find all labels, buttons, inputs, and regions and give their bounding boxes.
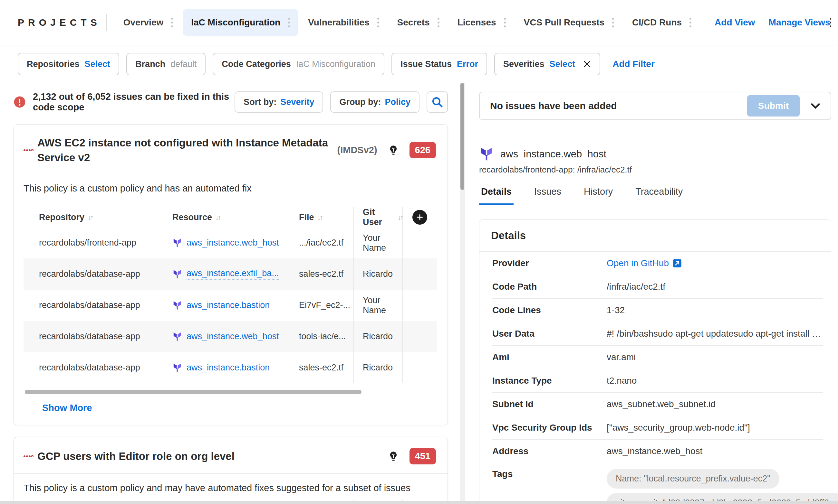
- tab-vcs-pull-requests[interactable]: VCS Pull Requests: [515, 9, 623, 36]
- empty-state-text: No issues have been added: [490, 101, 617, 111]
- table-row[interactable]: recardolabs/database-app aws_instance.ba…: [23, 352, 437, 383]
- add-column-cell: [403, 207, 437, 227]
- clear-filter-icon[interactable]: [583, 60, 591, 68]
- resource-link[interactable]: aws_instance.web_host: [172, 238, 279, 248]
- resource-link[interactable]: aws_instance.bastion: [172, 300, 270, 310]
- column-header-repository[interactable]: Repository ↓↑: [23, 207, 158, 227]
- kebab-menu-icon[interactable]: [377, 18, 379, 28]
- lightbulb-icon[interactable]: [388, 144, 399, 156]
- tab-details[interactable]: Details: [479, 186, 514, 205]
- hamburger-menu-icon[interactable]: [830, 18, 831, 28]
- main-vertical-scrollbar[interactable]: [460, 83, 465, 504]
- tag-pill: Name: "local.resource_prefix.value-ec2": [607, 469, 780, 489]
- tab-history[interactable]: History: [582, 186, 615, 205]
- filter-code-categories[interactable]: Code Categories IaC Misconfiguration: [212, 53, 384, 75]
- detail-row-instance-type: Instance Type t2.nano: [492, 369, 823, 393]
- table-row[interactable]: recardolabs/database-app aws_instance.ba…: [23, 290, 437, 321]
- tab-issues[interactable]: Issues: [532, 186, 563, 205]
- kebab-menu-icon[interactable]: [288, 18, 290, 28]
- detail-row-address: Address aws_instance.web_host: [492, 439, 823, 463]
- tab-traceability[interactable]: Traceability: [633, 186, 685, 205]
- tab-label: CI/CD Runs: [632, 17, 682, 28]
- resource-link[interactable]: aws_instance.web_host: [172, 331, 279, 341]
- terraform-icon: [479, 147, 494, 162]
- divider: [465, 137, 838, 137]
- chevron-down-icon[interactable]: [809, 100, 822, 112]
- policy-card-gcp-editor: GCP users with Editor role on org level …: [14, 437, 448, 504]
- kebab-menu-icon[interactable]: [612, 18, 614, 28]
- issue-count-badge: 451: [410, 448, 436, 464]
- external-link-icon: [673, 259, 682, 268]
- add-view-link[interactable]: Add View: [715, 17, 755, 28]
- kebab-menu-icon[interactable]: [438, 18, 440, 28]
- resource-link[interactable]: aws_instance.bastion: [172, 363, 270, 373]
- resource-link[interactable]: aws_instance.exfil_ba...: [172, 268, 279, 280]
- policy-header-right: 451: [388, 448, 436, 464]
- filter-repositories[interactable]: Repositories Select: [18, 53, 119, 75]
- terraform-icon: [172, 269, 182, 279]
- filter-branch[interactable]: Branch default: [126, 53, 206, 75]
- open-in-github-link[interactable]: Open in GitHub: [607, 258, 682, 268]
- kebab-menu-icon[interactable]: [171, 18, 173, 28]
- filter-issue-status[interactable]: Issue Status Error: [391, 53, 487, 75]
- policy-header-right: (IMDSv2) 626: [337, 142, 436, 158]
- resource-header: aws_instance.web_host: [479, 147, 831, 162]
- kebab-menu-icon[interactable]: [689, 18, 691, 28]
- table-row[interactable]: recardolabs/database-app aws_instance.ex…: [23, 258, 437, 290]
- tab-secrets[interactable]: Secrets: [389, 9, 448, 36]
- column-header-file[interactable]: File ↓↑: [289, 207, 354, 227]
- group-by-button[interactable]: Group by: Policy: [330, 91, 420, 113]
- manage-views-link[interactable]: Manage Views: [769, 17, 830, 28]
- scrollbar-thumb[interactable]: [460, 83, 464, 190]
- list-controls: Sort by: Severity Group by: Policy: [235, 91, 448, 113]
- search-button[interactable]: [427, 91, 448, 113]
- severity-dots-icon: [23, 149, 34, 151]
- tab-overview[interactable]: Overview: [115, 9, 182, 36]
- policy-card-body: This policy is a custom policy and has a…: [14, 174, 447, 425]
- search-icon: [431, 95, 444, 108]
- table-row[interactable]: recardolabs/frontend-app aws_instance.we…: [23, 227, 437, 258]
- detail-row-code-lines: Code Lines 1-32: [492, 299, 823, 322]
- table-row[interactable]: recardolabs/database-app aws_instance.we…: [23, 321, 437, 352]
- tab-label: Overview: [123, 17, 164, 28]
- sort-icon[interactable]: ↓↑: [215, 213, 220, 222]
- sort-icon[interactable]: ↓↑: [317, 213, 322, 222]
- tab-vulnerabilities[interactable]: Vulnerabilities: [300, 9, 387, 36]
- add-column-button[interactable]: [412, 210, 427, 224]
- nav-divider: [106, 14, 107, 31]
- detail-row-provider: Provider Open in GitHub: [492, 252, 823, 275]
- content-area: 2,132 out of 6,052 issues can be fixed i…: [0, 83, 838, 504]
- submit-button[interactable]: Submit: [747, 95, 800, 116]
- lightbulb-icon[interactable]: [388, 451, 399, 462]
- policy-description: This policy is a custom policy and has a…: [23, 183, 438, 194]
- details-card-header: Details: [479, 220, 831, 252]
- alert-icon: [14, 96, 26, 108]
- details-heading: Details: [491, 230, 526, 241]
- issues-table: Repository ↓↑ Resource ↓↑ File ↓↑: [23, 207, 437, 383]
- top-nav: PROJECTS Overview IaC Misconfiguration V…: [0, 0, 838, 46]
- table-horizontal-scrollbar[interactable]: [25, 390, 361, 394]
- scope-summary-row: 2,132 out of 6,052 issues can be fixed i…: [14, 91, 448, 113]
- detail-row-code-path: Code Path /infra/iac/ec2.tf: [492, 275, 823, 299]
- tab-cicd-runs[interactable]: CI/CD Runs: [624, 9, 700, 36]
- policy-card-imdsv2: AWS EC2 instance not configured with Ins…: [14, 124, 448, 425]
- sort-by-button[interactable]: Sort by: Severity: [235, 91, 323, 113]
- detail-row-vpc-security-group-ids: Vpc Security Group Ids ["aws_security_gr…: [492, 416, 823, 439]
- add-filter-link[interactable]: Add Filter: [613, 59, 655, 69]
- column-header-git-user[interactable]: Git User ↓↑: [354, 207, 403, 227]
- sort-icon[interactable]: ↓↑: [88, 213, 92, 222]
- column-header-resource[interactable]: Resource ↓↑: [158, 207, 289, 227]
- projects-logo: PROJECTS: [18, 17, 101, 28]
- resource-side-panel: No issues have been added Submit aws_ins…: [465, 83, 838, 504]
- sort-icon[interactable]: ↓↑: [397, 213, 403, 222]
- filter-severities[interactable]: Severities Select: [494, 53, 600, 75]
- show-more-link[interactable]: Show More: [42, 402, 92, 413]
- detail-row-subnet-id: Subnet Id aws_subnet.web_subnet.id: [492, 393, 823, 416]
- row-actions-cell: [403, 352, 437, 383]
- page-horizontal-scrollbar[interactable]: [0, 501, 838, 504]
- kebab-menu-icon[interactable]: [504, 18, 506, 28]
- scope-summary-text: 2,132 out of 6,052 issues can be fixed i…: [33, 91, 235, 113]
- row-actions-cell: [403, 290, 437, 321]
- tab-licenses[interactable]: Licenses: [449, 9, 514, 36]
- tab-iac-misconfiguration[interactable]: IaC Misconfiguration: [183, 9, 298, 36]
